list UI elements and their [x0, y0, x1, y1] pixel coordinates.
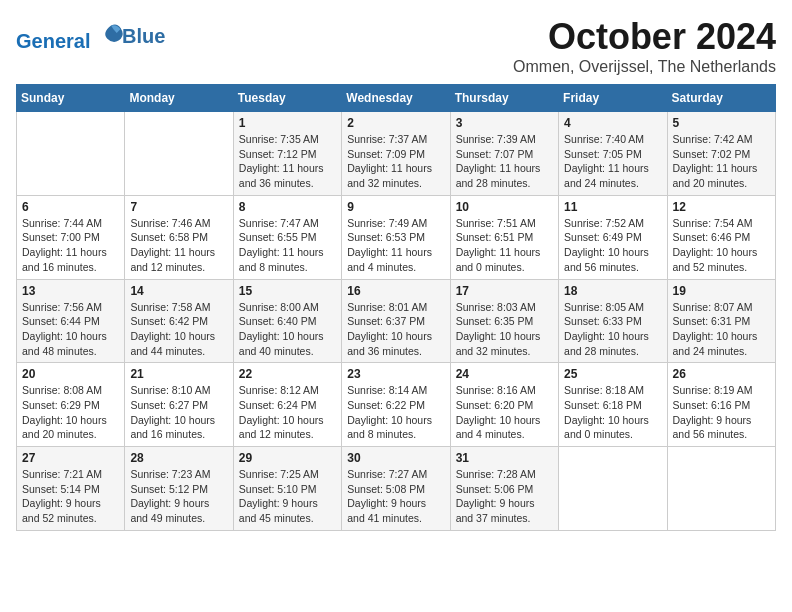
calendar-cell: 9Sunrise: 7:49 AM Sunset: 6:53 PM Daylig… [342, 195, 450, 279]
day-info: Sunrise: 8:01 AM Sunset: 6:37 PM Dayligh… [347, 300, 444, 359]
title-block: October 2024 Ommen, Overijssel, The Neth… [513, 16, 776, 76]
calendar-cell: 4Sunrise: 7:40 AM Sunset: 7:05 PM Daylig… [559, 112, 667, 196]
calendar-cell: 28Sunrise: 7:23 AM Sunset: 5:12 PM Dayli… [125, 447, 233, 531]
day-info: Sunrise: 8:07 AM Sunset: 6:31 PM Dayligh… [673, 300, 770, 359]
day-number: 16 [347, 284, 444, 298]
calendar-cell: 3Sunrise: 7:39 AM Sunset: 7:07 PM Daylig… [450, 112, 558, 196]
calendar-cell: 26Sunrise: 8:19 AM Sunset: 6:16 PM Dayli… [667, 363, 775, 447]
calendar-cell: 7Sunrise: 7:46 AM Sunset: 6:58 PM Daylig… [125, 195, 233, 279]
day-info: Sunrise: 7:44 AM Sunset: 7:00 PM Dayligh… [22, 216, 119, 275]
calendar-cell: 27Sunrise: 7:21 AM Sunset: 5:14 PM Dayli… [17, 447, 125, 531]
day-info: Sunrise: 8:08 AM Sunset: 6:29 PM Dayligh… [22, 383, 119, 442]
calendar-cell: 5Sunrise: 7:42 AM Sunset: 7:02 PM Daylig… [667, 112, 775, 196]
calendar-cell: 1Sunrise: 7:35 AM Sunset: 7:12 PM Daylig… [233, 112, 341, 196]
day-number: 18 [564, 284, 661, 298]
day-info: Sunrise: 7:49 AM Sunset: 6:53 PM Dayligh… [347, 216, 444, 275]
calendar-header-row: SundayMondayTuesdayWednesdayThursdayFrid… [17, 85, 776, 112]
day-info: Sunrise: 8:00 AM Sunset: 6:40 PM Dayligh… [239, 300, 336, 359]
day-number: 2 [347, 116, 444, 130]
day-number: 8 [239, 200, 336, 214]
calendar-cell: 24Sunrise: 8:16 AM Sunset: 6:20 PM Dayli… [450, 363, 558, 447]
day-number: 25 [564, 367, 661, 381]
day-number: 7 [130, 200, 227, 214]
day-number: 13 [22, 284, 119, 298]
day-info: Sunrise: 8:10 AM Sunset: 6:27 PM Dayligh… [130, 383, 227, 442]
calendar-week-row: 13Sunrise: 7:56 AM Sunset: 6:44 PM Dayli… [17, 279, 776, 363]
day-number: 26 [673, 367, 770, 381]
day-number: 3 [456, 116, 553, 130]
calendar-cell: 19Sunrise: 8:07 AM Sunset: 6:31 PM Dayli… [667, 279, 775, 363]
day-number: 23 [347, 367, 444, 381]
day-info: Sunrise: 7:39 AM Sunset: 7:07 PM Dayligh… [456, 132, 553, 191]
day-info: Sunrise: 7:21 AM Sunset: 5:14 PM Dayligh… [22, 467, 119, 526]
day-number: 12 [673, 200, 770, 214]
day-info: Sunrise: 8:03 AM Sunset: 6:35 PM Dayligh… [456, 300, 553, 359]
day-info: Sunrise: 7:23 AM Sunset: 5:12 PM Dayligh… [130, 467, 227, 526]
day-number: 28 [130, 451, 227, 465]
calendar-cell: 6Sunrise: 7:44 AM Sunset: 7:00 PM Daylig… [17, 195, 125, 279]
logo-text: General [16, 20, 126, 52]
day-info: Sunrise: 7:54 AM Sunset: 6:46 PM Dayligh… [673, 216, 770, 275]
day-info: Sunrise: 7:28 AM Sunset: 5:06 PM Dayligh… [456, 467, 553, 526]
day-info: Sunrise: 7:35 AM Sunset: 7:12 PM Dayligh… [239, 132, 336, 191]
calendar-cell [559, 447, 667, 531]
page-header: General Blue October 2024 Ommen, Overijs… [16, 16, 776, 76]
day-number: 20 [22, 367, 119, 381]
day-number: 4 [564, 116, 661, 130]
calendar-week-row: 1Sunrise: 7:35 AM Sunset: 7:12 PM Daylig… [17, 112, 776, 196]
calendar-cell: 23Sunrise: 8:14 AM Sunset: 6:22 PM Dayli… [342, 363, 450, 447]
day-number: 19 [673, 284, 770, 298]
day-number: 27 [22, 451, 119, 465]
calendar-cell [125, 112, 233, 196]
day-number: 5 [673, 116, 770, 130]
day-info: Sunrise: 8:16 AM Sunset: 6:20 PM Dayligh… [456, 383, 553, 442]
day-number: 10 [456, 200, 553, 214]
calendar-cell: 10Sunrise: 7:51 AM Sunset: 6:51 PM Dayli… [450, 195, 558, 279]
calendar-cell: 2Sunrise: 7:37 AM Sunset: 7:09 PM Daylig… [342, 112, 450, 196]
day-number: 30 [347, 451, 444, 465]
day-number: 17 [456, 284, 553, 298]
calendar-cell: 21Sunrise: 8:10 AM Sunset: 6:27 PM Dayli… [125, 363, 233, 447]
header-thursday: Thursday [450, 85, 558, 112]
calendar-cell: 30Sunrise: 7:27 AM Sunset: 5:08 PM Dayli… [342, 447, 450, 531]
calendar-cell: 25Sunrise: 8:18 AM Sunset: 6:18 PM Dayli… [559, 363, 667, 447]
calendar-cell: 22Sunrise: 8:12 AM Sunset: 6:24 PM Dayli… [233, 363, 341, 447]
day-number: 29 [239, 451, 336, 465]
day-info: Sunrise: 7:37 AM Sunset: 7:09 PM Dayligh… [347, 132, 444, 191]
day-number: 11 [564, 200, 661, 214]
day-info: Sunrise: 8:12 AM Sunset: 6:24 PM Dayligh… [239, 383, 336, 442]
header-sunday: Sunday [17, 85, 125, 112]
day-info: Sunrise: 7:42 AM Sunset: 7:02 PM Dayligh… [673, 132, 770, 191]
day-info: Sunrise: 7:46 AM Sunset: 6:58 PM Dayligh… [130, 216, 227, 275]
day-info: Sunrise: 8:19 AM Sunset: 6:16 PM Dayligh… [673, 383, 770, 442]
calendar-cell: 15Sunrise: 8:00 AM Sunset: 6:40 PM Dayli… [233, 279, 341, 363]
logo: General Blue [16, 20, 165, 52]
calendar-cell: 16Sunrise: 8:01 AM Sunset: 6:37 PM Dayli… [342, 279, 450, 363]
header-tuesday: Tuesday [233, 85, 341, 112]
calendar-cell: 31Sunrise: 7:28 AM Sunset: 5:06 PM Dayli… [450, 447, 558, 531]
day-number: 31 [456, 451, 553, 465]
header-friday: Friday [559, 85, 667, 112]
calendar-week-row: 20Sunrise: 8:08 AM Sunset: 6:29 PM Dayli… [17, 363, 776, 447]
calendar-cell: 17Sunrise: 8:03 AM Sunset: 6:35 PM Dayli… [450, 279, 558, 363]
calendar-cell: 14Sunrise: 7:58 AM Sunset: 6:42 PM Dayli… [125, 279, 233, 363]
calendar-cell: 12Sunrise: 7:54 AM Sunset: 6:46 PM Dayli… [667, 195, 775, 279]
calendar-table: SundayMondayTuesdayWednesdayThursdayFrid… [16, 84, 776, 531]
calendar-cell [17, 112, 125, 196]
header-monday: Monday [125, 85, 233, 112]
day-info: Sunrise: 8:18 AM Sunset: 6:18 PM Dayligh… [564, 383, 661, 442]
day-info: Sunrise: 8:05 AM Sunset: 6:33 PM Dayligh… [564, 300, 661, 359]
day-info: Sunrise: 7:27 AM Sunset: 5:08 PM Dayligh… [347, 467, 444, 526]
header-wednesday: Wednesday [342, 85, 450, 112]
header-saturday: Saturday [667, 85, 775, 112]
calendar-week-row: 6Sunrise: 7:44 AM Sunset: 7:00 PM Daylig… [17, 195, 776, 279]
day-info: Sunrise: 7:47 AM Sunset: 6:55 PM Dayligh… [239, 216, 336, 275]
day-number: 21 [130, 367, 227, 381]
day-info: Sunrise: 8:14 AM Sunset: 6:22 PM Dayligh… [347, 383, 444, 442]
day-number: 24 [456, 367, 553, 381]
day-info: Sunrise: 7:25 AM Sunset: 5:10 PM Dayligh… [239, 467, 336, 526]
calendar-cell: 13Sunrise: 7:56 AM Sunset: 6:44 PM Dayli… [17, 279, 125, 363]
page-title: October 2024 [513, 16, 776, 58]
day-info: Sunrise: 7:40 AM Sunset: 7:05 PM Dayligh… [564, 132, 661, 191]
day-number: 14 [130, 284, 227, 298]
